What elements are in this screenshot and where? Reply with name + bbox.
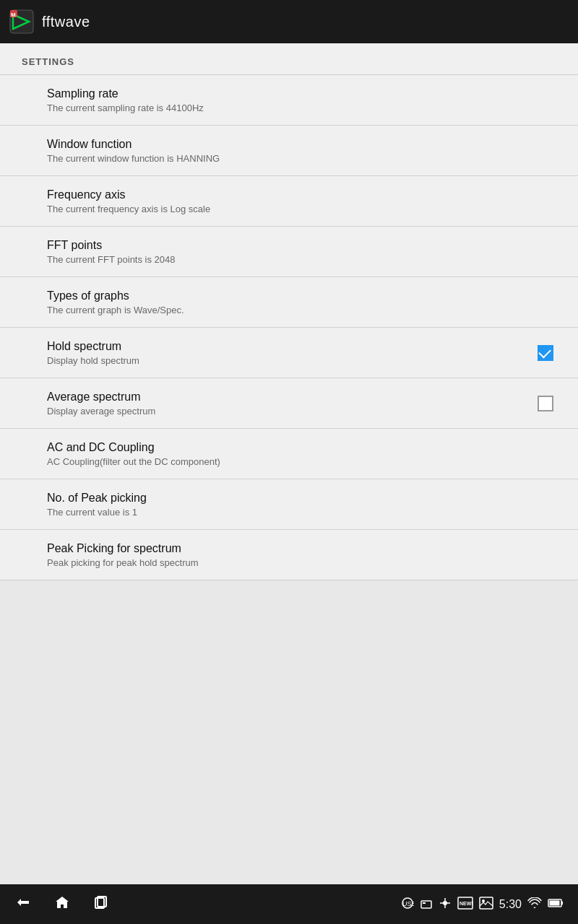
setting-subtitle-window-function: The current window function is HANNING — [47, 153, 556, 164]
setting-subtitle-ac-dc-coupling: AC Coupling(filter out the DC component) — [47, 456, 556, 467]
svg-text:USB: USB — [402, 900, 414, 907]
checkbox-box-average-spectrum — [538, 396, 553, 411]
checkbox-box-hold-spectrum — [538, 345, 553, 361]
setting-subtitle-frequency-axis: The current frequency axis is Log scale — [47, 204, 556, 214]
setting-subtitle-peak-picking-spectrum: Peak picking for peak hold spectrum — [47, 557, 556, 568]
setting-subtitle-average-spectrum: Display average spectrum — [47, 406, 535, 417]
wifi-icon — [527, 897, 542, 912]
setting-item-average-spectrum[interactable]: Average spectrumDisplay average spectrum — [0, 378, 578, 429]
setting-title-frequency-axis: Frequency axis — [47, 188, 556, 201]
setting-title-window-function: Window function — [47, 138, 556, 151]
image-icon — [479, 897, 493, 912]
setting-item-window-function[interactable]: Window functionThe current window functi… — [0, 126, 578, 176]
setting-subtitle-peak-picking-no: The current value is 1 — [47, 507, 556, 518]
setting-title-hold-spectrum: Hold spectrum — [47, 340, 535, 353]
setting-item-ac-dc-coupling[interactable]: AC and DC CouplingAC Coupling(filter out… — [0, 429, 578, 479]
news-icon: NEWS — [457, 897, 473, 912]
checkbox-average-spectrum[interactable] — [535, 393, 556, 414]
usb-icon: USB — [401, 897, 414, 912]
battery-icon — [548, 897, 564, 912]
setting-item-frequency-axis[interactable]: Frequency axisThe current frequency axis… — [0, 176, 578, 227]
storage-icon — [420, 898, 433, 911]
app-icon: M — [9, 9, 35, 35]
setting-item-types-of-graphs[interactable]: Types of graphsThe current graph is Wave… — [0, 277, 578, 328]
checkbox-hold-spectrum[interactable] — [535, 342, 556, 364]
svg-rect-9 — [423, 902, 426, 904]
usb2-icon — [439, 897, 452, 912]
settings-list: Sampling rateThe current sampling rate i… — [0, 75, 578, 580]
svg-rect-8 — [421, 901, 431, 908]
app-title: fftwave — [42, 14, 90, 30]
settings-container: SETTINGS Sampling rateThe current sampli… — [0, 43, 578, 580]
setting-title-sampling-rate: Sampling rate — [47, 87, 556, 100]
setting-subtitle-types-of-graphs: The current graph is Wave/Spec. — [47, 305, 556, 315]
setting-title-types-of-graphs: Types of graphs — [47, 289, 556, 302]
setting-subtitle-fft-points: The current FFT points is 2048 — [47, 254, 556, 265]
setting-subtitle-sampling-rate: The current sampling rate is 44100Hz — [47, 103, 556, 113]
status-icons: USB NEWS — [401, 897, 564, 912]
home-icon[interactable] — [53, 894, 71, 915]
svg-rect-19 — [550, 900, 560, 905]
setting-subtitle-hold-spectrum: Display hold spectrum — [47, 355, 535, 366]
setting-title-peak-picking-spectrum: Peak Picking for spectrum — [47, 542, 556, 555]
setting-item-fft-points[interactable]: FFT pointsThe current FFT points is 2048 — [0, 227, 578, 277]
clock-display: 5:30 — [499, 898, 522, 911]
back-icon[interactable] — [14, 894, 32, 915]
setting-item-peak-picking-spectrum[interactable]: Peak Picking for spectrumPeak picking fo… — [0, 530, 578, 580]
svg-text:NEWS: NEWS — [460, 901, 473, 906]
main-content: SETTINGS Sampling rateThe current sampli… — [0, 43, 578, 899]
setting-title-average-spectrum: Average spectrum — [47, 391, 535, 404]
setting-item-hold-spectrum[interactable]: Hold spectrumDisplay hold spectrum — [0, 328, 578, 378]
svg-rect-18 — [561, 901, 563, 905]
recents-icon[interactable] — [92, 894, 110, 915]
setting-item-peak-picking-no[interactable]: No. of Peak pickingThe current value is … — [0, 479, 578, 530]
app-bar: M fftwave — [0, 0, 578, 43]
setting-title-ac-dc-coupling: AC and DC Coupling — [47, 441, 556, 454]
setting-title-peak-picking-no: No. of Peak picking — [47, 492, 556, 505]
svg-text:M: M — [11, 12, 16, 18]
settings-header: SETTINGS — [0, 43, 578, 74]
setting-item-sampling-rate[interactable]: Sampling rateThe current sampling rate i… — [0, 75, 578, 126]
nav-icons — [14, 894, 110, 915]
setting-title-fft-points: FFT points — [47, 239, 556, 252]
bottom-bar: USB NEWS — [0, 884, 578, 924]
